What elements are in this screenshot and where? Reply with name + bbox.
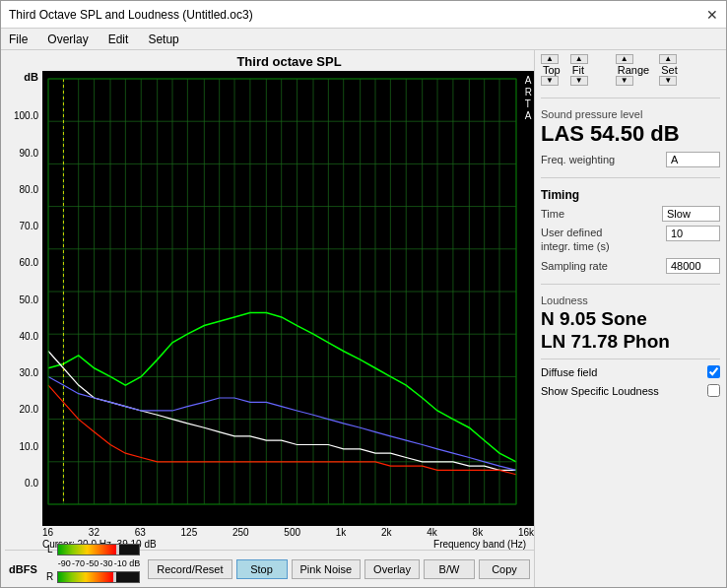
dbfs-R-track xyxy=(57,571,141,583)
y-tick-50: 50.0 xyxy=(20,294,38,305)
top-label: Top xyxy=(543,64,561,76)
right-panel: ▲ Top ▼ ▲ Fit ▼ ▲ Range ▼ ▲ Set xyxy=(534,50,726,587)
set-label: Set xyxy=(661,64,678,76)
x-tick-63: 63 xyxy=(135,527,146,538)
top-up-button[interactable]: ▲ xyxy=(541,54,559,64)
sampling-rate-dropdown[interactable]: 480004410096000 xyxy=(666,258,720,274)
x-tick-500: 500 xyxy=(284,527,300,538)
range-label: Range xyxy=(618,64,649,76)
dbfs-L-peak xyxy=(116,545,119,555)
spl-section: Sound pressure level LAS 54.50 dB xyxy=(541,108,720,148)
arta-label: ARTA xyxy=(525,75,532,122)
menu-bar: File Overlay Edit Setup xyxy=(1,29,726,50)
x-tick-16: 16 xyxy=(42,527,53,538)
x-tick-16k: 16k xyxy=(518,527,534,538)
l-tick-5: -10 dB xyxy=(114,558,141,568)
timing-title: Timing xyxy=(541,188,720,202)
set-up-button[interactable]: ▲ xyxy=(659,54,677,64)
buttons-row: Record/Reset Stop Pink Noise Overlay B/W… xyxy=(148,559,530,579)
x-tick-2k: 2k xyxy=(381,527,392,538)
chart-canvas-wrapper[interactable]: ARTA xyxy=(42,71,534,526)
dbfs-bar-L-row: L xyxy=(45,543,141,556)
x-tick-4k: 4k xyxy=(427,527,437,538)
fit-label: Fit xyxy=(572,64,586,76)
r-tick-3: -40 xyxy=(94,586,106,588)
fit-down-button[interactable]: ▼ xyxy=(570,76,588,86)
y-tick-90: 90.0 xyxy=(20,148,38,159)
dbfs-row: dBFS L -90 -70 -50 -30 -10 dB xyxy=(5,550,534,587)
time-row: Time SlowFastImpulse xyxy=(541,206,720,222)
user-integr-row: User defined integr. time (s) xyxy=(541,226,720,254)
dbfs-bar-container: L -90 -70 -50 -30 -10 dB R xyxy=(45,543,141,588)
dbfs-R-fill xyxy=(58,572,113,582)
dbfs-R-label: R xyxy=(45,571,55,582)
stop-button[interactable]: Stop xyxy=(236,559,288,579)
copy-button[interactable]: Copy xyxy=(479,559,530,579)
chart-title: Third octave SPL xyxy=(44,54,534,69)
menu-overlay[interactable]: Overlay xyxy=(43,32,92,47)
menu-setup[interactable]: Setup xyxy=(144,32,182,47)
range-down-button[interactable]: ▼ xyxy=(616,76,633,86)
x-tick-8k: 8k xyxy=(473,527,484,538)
show-specific-checkbox[interactable] xyxy=(707,384,720,397)
chart-canvas xyxy=(42,71,534,526)
main-content: Third octave SPL dB 100.0 90.0 80.0 70.0… xyxy=(1,50,726,587)
divider-2 xyxy=(541,177,720,178)
dbfs-L-ticks: -90 -70 -50 -30 -10 dB xyxy=(58,558,141,568)
dbfs-R-ticks: -80 -60 -40 -20 dB xyxy=(58,586,141,588)
record-reset-button[interactable]: Record/Reset xyxy=(148,559,231,579)
diffuse-field-checkbox[interactable] xyxy=(707,365,720,378)
freq-weighting-label: Freq. weighting xyxy=(541,154,615,165)
sampling-rate-dropdown-wrapper: 480004410096000 xyxy=(666,258,720,274)
menu-edit[interactable]: Edit xyxy=(104,32,133,47)
dbfs-R-peak xyxy=(113,572,116,582)
pink-noise-button[interactable]: Pink Noise xyxy=(292,559,362,579)
main-window: Third Octave SPL and Loudness (Untitled.… xyxy=(0,0,727,588)
l-tick-1: -90 xyxy=(58,558,71,568)
spl-value: LAS 54.50 dB xyxy=(541,122,720,146)
title-bar: Third Octave SPL and Loudness (Untitled.… xyxy=(1,1,726,29)
x-tick-250: 250 xyxy=(232,527,249,538)
fit-spin-group: ▲ Fit ▼ xyxy=(570,54,588,86)
set-spin-group: ▲ Set ▼ xyxy=(659,54,680,86)
x-tick-32: 32 xyxy=(89,527,99,538)
timing-section: Timing Time SlowFastImpulse User defined… xyxy=(541,188,720,278)
range-spin-group: ▲ Range ▼ xyxy=(616,54,651,86)
l-tick-2: -70 xyxy=(72,558,85,568)
show-specific-row: Show Specific Loudness xyxy=(541,384,720,397)
y-tick-40: 40.0 xyxy=(20,331,38,342)
user-integr-input[interactable] xyxy=(666,226,720,241)
y-tick-60: 60.0 xyxy=(20,257,38,268)
dbfs-L-track xyxy=(57,544,141,555)
y-label-db: dB xyxy=(24,71,38,83)
user-integr-label: User defined integr. time (s) xyxy=(541,226,629,254)
overlay-button[interactable]: Overlay xyxy=(364,559,420,579)
divider-1 xyxy=(541,98,720,98)
sampling-rate-label: Sampling rate xyxy=(541,260,608,272)
close-button[interactable]: ✕ xyxy=(706,7,718,23)
chart-area: Third octave SPL dB 100.0 90.0 80.0 70.0… xyxy=(1,50,534,587)
bw-button[interactable]: B/W xyxy=(424,559,475,579)
range-up-button[interactable]: ▲ xyxy=(616,54,633,64)
loudness-ln-value: LN 71.78 Phon xyxy=(541,331,720,354)
fit-up-button[interactable]: ▲ xyxy=(570,54,588,64)
menu-file[interactable]: File xyxy=(5,32,32,47)
l-tick-4: -30 xyxy=(99,558,112,568)
freq-weighting-dropdown[interactable]: ABCZ xyxy=(666,152,720,167)
time-label: Time xyxy=(541,208,564,220)
y-tick-80: 80.0 xyxy=(20,184,38,195)
top-down-button[interactable]: ▼ xyxy=(541,76,559,86)
spl-section-label: Sound pressure level xyxy=(541,108,720,120)
r-tick-5: dB xyxy=(129,586,140,588)
time-dropdown[interactable]: SlowFastImpulse xyxy=(662,206,720,222)
dbfs-label: dBFS xyxy=(9,563,37,575)
x-tick-125: 125 xyxy=(181,527,198,538)
dbfs-bar-R-row: R xyxy=(45,570,141,584)
top-spin-group: ▲ Top ▼ xyxy=(541,54,562,86)
dbfs-L-label: L xyxy=(45,544,55,555)
divider-3 xyxy=(541,284,720,285)
set-down-button[interactable]: ▼ xyxy=(659,76,677,86)
y-tick-70: 70.0 xyxy=(20,221,38,231)
divider-4 xyxy=(541,359,720,359)
y-tick-10: 10.0 xyxy=(20,441,38,452)
